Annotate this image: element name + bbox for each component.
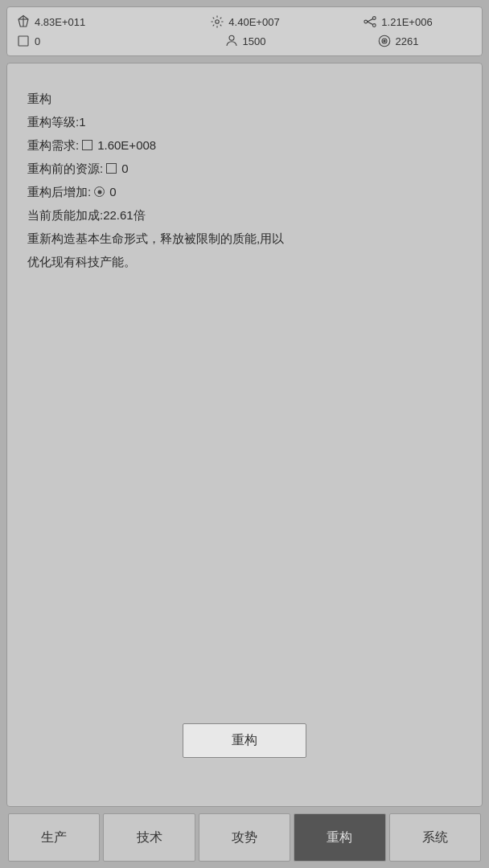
cube-icon <box>15 33 31 49</box>
svg-line-7 <box>368 19 373 22</box>
nav-production[interactable]: 生产 <box>8 813 100 862</box>
level-label: 重构等级:1 <box>27 111 86 133</box>
crystal-icon <box>15 14 31 30</box>
nav-production-label: 生产 <box>41 829 67 846</box>
svg-point-4 <box>364 20 368 23</box>
target-stat: 2261 <box>321 33 474 49</box>
desc-text-2: 优化现有科技产能。 <box>27 251 136 272</box>
after-label: 重构后增加: <box>27 181 91 203</box>
svg-point-3 <box>216 20 220 24</box>
desc-text-1: 重新构造基本生命形式，释放被限制的质能,用以 <box>27 227 284 249</box>
require-line: 重构需求: 1.60E+008 <box>27 134 462 156</box>
person-value: 1500 <box>243 35 266 47</box>
nav-reconstruct[interactable]: 重构 <box>294 813 385 862</box>
nav-attack-label: 攻势 <box>232 829 257 846</box>
nav-system-label: 系统 <box>422 829 448 846</box>
title-line: 重构 <box>27 88 462 109</box>
svg-point-6 <box>373 24 376 27</box>
reconstruct-button[interactable]: 重构 <box>183 723 306 758</box>
svg-line-8 <box>368 22 373 24</box>
main-content: 重构 重构等级:1 重构需求: 1.60E+008 重构前的资源: 0 重构后增… <box>6 63 483 807</box>
gear-stat: 4.40E+007 <box>168 14 321 30</box>
gear-value: 4.40E+007 <box>228 16 279 28</box>
nav-reconstruct-label: 重构 <box>327 829 352 846</box>
multiplier-line: 当前质能加成:22.61倍 <box>27 204 462 226</box>
require-label: 重构需求: <box>27 134 79 156</box>
before-label: 重构前的资源: <box>27 158 103 179</box>
after-line: 重构后增加: 0 <box>27 181 462 203</box>
main-title: 重构 <box>27 88 51 109</box>
before-value: 0 <box>121 158 128 179</box>
svg-point-10 <box>229 35 234 40</box>
gear-icon <box>209 14 225 30</box>
cube-stat: 0 <box>15 33 168 49</box>
molecule-value: 1.21E+006 <box>381 16 432 28</box>
level-line: 重构等级:1 <box>27 111 462 133</box>
person-stat: 1500 <box>168 33 321 49</box>
svg-point-5 <box>373 17 376 20</box>
desc-line-2: 优化现有科技产能。 <box>27 251 462 272</box>
cube-value: 0 <box>35 35 40 47</box>
svg-point-13 <box>383 40 384 42</box>
info-text: 重构 重构等级:1 重构需求: 1.60E+008 重构前的资源: 0 重构后增… <box>27 88 462 272</box>
molecule-icon <box>362 14 378 30</box>
require-cube-icon <box>82 140 92 150</box>
after-value: 0 <box>109 181 116 203</box>
before-cube-icon <box>106 163 117 174</box>
multiplier-label: 当前质能加成:22.61倍 <box>27 204 146 226</box>
molecule-stat: 1.21E+006 <box>321 14 474 30</box>
nav-technology-label: 技术 <box>137 829 162 846</box>
require-value: 1.60E+008 <box>97 134 156 156</box>
status-row-1: 4.83E+011 4.40E+007 1.21E+0 <box>15 12 474 31</box>
nav-attack[interactable]: 攻势 <box>199 813 290 862</box>
status-bar: 4.83E+011 4.40E+007 1.21E+0 <box>6 6 483 56</box>
desc-line-1: 重新构造基本生命形式，释放被限制的质能,用以 <box>27 227 462 249</box>
svg-rect-9 <box>18 36 28 46</box>
nav-system[interactable]: 系统 <box>389 813 481 862</box>
person-icon <box>224 33 240 49</box>
before-line: 重构前的资源: 0 <box>27 158 462 179</box>
nav-technology[interactable]: 技术 <box>103 813 195 862</box>
status-row-2: 0 1500 2261 <box>15 31 474 51</box>
after-target-icon <box>94 186 105 197</box>
bottom-nav: 生产 技术 攻势 重构 系统 <box>6 813 483 862</box>
crystal-stat: 4.83E+011 <box>15 14 168 30</box>
target-icon <box>376 33 392 49</box>
target-value: 2261 <box>396 35 419 47</box>
reconstruct-button-area: 重构 <box>183 723 306 758</box>
crystal-value: 4.83E+011 <box>35 16 85 28</box>
